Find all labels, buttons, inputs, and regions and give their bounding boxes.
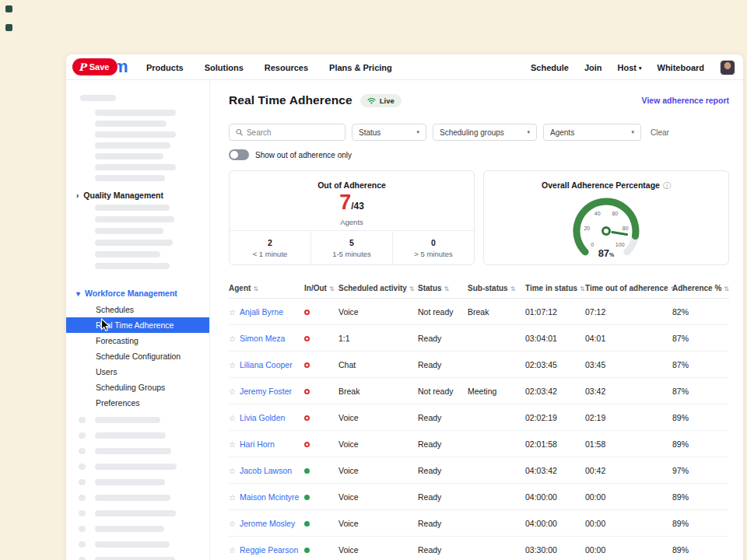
column-header-sub-status[interactable]: Sub-status⇅ (468, 284, 525, 292)
sidebar-section-workforce-management[interactable]: ▾ Workforce Management (76, 288, 177, 299)
agent-link[interactable]: Jacob Lawson (240, 466, 292, 475)
nav-right: ScheduleJoinHost▾Whiteboard (531, 54, 735, 80)
info-icon[interactable]: ⓘ (663, 181, 671, 190)
table-row[interactable]: ☆Anjali ByrneVoiceNot readyBreak01:07:12… (229, 299, 729, 325)
nav-item-host[interactable]: Host▾ (618, 63, 642, 72)
column-header-status[interactable]: Status⇅ (418, 284, 468, 292)
overall-adherence-card: Overall Adherence Percentageⓘ 0204060801… (483, 170, 729, 265)
skeleton-bar (95, 131, 176, 138)
search-input-wrap[interactable] (229, 124, 345, 141)
status-cell: Ready (418, 439, 468, 449)
column-header-in-out[interactable]: In/Out⇅ (304, 284, 338, 292)
agent-link[interactable]: Jeremy Foster (240, 387, 292, 396)
column-header-time-in-status[interactable]: Time in status⇅ (525, 284, 585, 292)
inout-cell (304, 439, 338, 449)
gauge-svg: 02040608010087% (540, 192, 672, 264)
table-row[interactable]: ☆Maison McintyreVoiceReady04:00:0000:008… (229, 484, 729, 510)
agent-link[interactable]: Reggie Pearson (240, 545, 298, 555)
nav-item-solutions[interactable]: Solutions (205, 63, 244, 72)
time-out-of-adherence-cell: 00:00 (585, 492, 672, 502)
nav-item-resources[interactable]: Resources (265, 63, 308, 72)
table-row[interactable]: ☆Liliana CooperChatReady02:03:4503:4587% (229, 352, 729, 378)
sidebar-item-users[interactable]: Users (66, 364, 210, 380)
time-in-status-cell: 02:01:58 (525, 439, 585, 449)
table-row[interactable]: ☆Jacob LawsonVoiceReady04:03:4200:4297% (229, 457, 729, 484)
table-row[interactable]: ☆Hari HornVoiceReady02:01:5801:5889% (229, 431, 729, 457)
inout-dot-in (304, 468, 310, 474)
view-adherence-report-link[interactable]: View adherence report (642, 96, 729, 105)
time-out-of-adherence-cell: 00:00 (585, 519, 672, 528)
skeleton-bar (95, 110, 176, 116)
agent-link[interactable]: Maison Mcintyre (240, 492, 299, 502)
buckets: 2< 1 minute51-5 minutes0> 5 minutes (230, 230, 474, 264)
sidebar-item-schedule-configuration[interactable]: Schedule Configuration (66, 348, 210, 364)
table-row[interactable]: ☆Simon Meza1:1Ready03:04:0104:0187% (229, 325, 729, 352)
status-filter-dropdown[interactable]: Status ▾ (352, 124, 426, 141)
skeleton-dash (79, 479, 86, 485)
sidebar-item-schedules[interactable]: Schedules (66, 302, 210, 317)
inout-cell (304, 519, 338, 528)
scheduling-groups-filter-label: Scheduling groups (440, 128, 504, 137)
scheduling-groups-filter-dropdown[interactable]: Scheduling groups ▾ (433, 124, 537, 141)
agent-link[interactable]: Anjali Byrne (240, 307, 283, 317)
star-icon[interactable]: ☆ (229, 493, 236, 502)
star-icon[interactable]: ☆ (229, 546, 236, 555)
star-icon[interactable]: ☆ (229, 308, 236, 317)
skeleton-bar (95, 228, 163, 234)
chevron-down-icon: ▾ (639, 65, 642, 71)
agent-link[interactable]: Jerome Mosley (240, 519, 295, 528)
clear-filters-button[interactable]: Clear (651, 128, 669, 137)
skeleton-bar (95, 216, 174, 222)
sidebar-item-preferences[interactable]: Preferences (66, 395, 210, 411)
inout-dot-out (304, 336, 310, 341)
column-header-scheduled-activity[interactable]: Scheduled activity⇅ (338, 284, 418, 292)
sidebar-section-label: Workforce Management (85, 289, 177, 298)
gauge-tick-label: 60 (612, 211, 618, 216)
gauge-tick-label: 100 (615, 242, 625, 247)
table-row[interactable]: ☆Reggie PearsonVoiceReady03:30:0000:0089… (229, 537, 729, 560)
nav-item-whiteboard[interactable]: Whiteboard (658, 63, 705, 72)
nav-item-products[interactable]: Products (146, 63, 184, 72)
agents-filter-dropdown[interactable]: Agents ▾ (543, 124, 641, 141)
star-icon[interactable]: ☆ (229, 387, 236, 396)
sidebar-item-real-time-adherence[interactable]: Real Time Adherence (66, 317, 210, 333)
skeleton-bar (95, 526, 164, 532)
column-header-agent[interactable]: Agent⇅ (229, 284, 304, 292)
activity-cell: Voice (338, 492, 418, 502)
column-header-time-out-of-adherence[interactable]: Time out of adherence⇅ (585, 284, 672, 292)
star-icon[interactable]: ☆ (229, 520, 236, 528)
agent-link[interactable]: Livia Golden (240, 413, 285, 422)
agent-link[interactable]: Liliana Cooper (240, 360, 293, 369)
time-in-status-cell: 01:07:12 (525, 307, 585, 317)
star-icon[interactable]: ☆ (229, 414, 236, 422)
avatar[interactable] (720, 60, 735, 75)
star-icon[interactable]: ☆ (229, 440, 236, 449)
table-row[interactable]: ☆Jeremy FosterBreakNot readyMeeting02:03… (229, 378, 729, 404)
nav-item-plans-pricing[interactable]: Plans & Pricing (329, 63, 392, 72)
sidebar-item-forecasting[interactable]: Forecasting (66, 333, 210, 348)
agent-link[interactable]: Hari Horn (240, 439, 275, 449)
inout-dot-in (304, 548, 310, 553)
star-icon[interactable]: ☆ (229, 334, 236, 343)
nav-item-join[interactable]: Join (584, 63, 602, 72)
activity-cell: Voice (338, 413, 418, 422)
agent-cell: ☆Jerome Mosley (229, 519, 304, 528)
out-of-adherence-toggle[interactable] (229, 149, 249, 160)
pinterest-save-button[interactable]: P Save (72, 58, 117, 75)
time-out-of-adherence-cell: 03:45 (585, 360, 672, 369)
skeleton-dash (79, 464, 86, 470)
nav-item-schedule[interactable]: Schedule (531, 63, 569, 72)
table-row[interactable]: ☆Jerome MosleyVoiceReady04:00:0000:0089% (229, 510, 729, 537)
sidebar-item-scheduling-groups[interactable]: Scheduling Groups (66, 380, 210, 395)
star-icon[interactable]: ☆ (229, 361, 236, 369)
star-icon[interactable]: ☆ (229, 467, 236, 475)
column-header-adherence[interactable]: Adherence %⇅ (672, 284, 728, 292)
sidebar-section-quality-management[interactable]: › Quality Management (76, 190, 163, 201)
time-in-status-cell: 04:03:42 (525, 466, 585, 475)
inout-cell (304, 466, 338, 475)
skeleton-bar (95, 479, 165, 485)
agent-link[interactable]: Simon Meza (240, 334, 285, 343)
table-row[interactable]: ☆Livia GoldenVoiceReady02:02:1902:1989% (229, 404, 729, 431)
skeleton-dash (79, 417, 86, 423)
search-input[interactable] (247, 128, 338, 137)
